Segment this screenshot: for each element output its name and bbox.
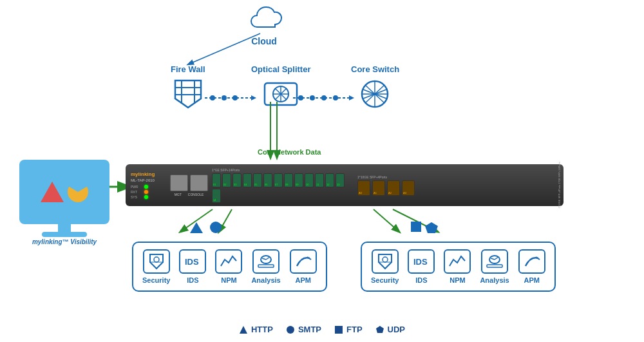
- triangle-shape: [41, 182, 64, 202]
- npm-label: NPM: [221, 276, 236, 284]
- analysis-tool: Analysis: [251, 249, 280, 284]
- console-port: [190, 175, 208, 191]
- core-switch-label: Core Switch: [351, 64, 399, 74]
- sfp-port-4: 04: [243, 173, 252, 187]
- cloud-label: Cloud: [238, 36, 290, 46]
- security-icon: [147, 253, 166, 270]
- svg-line-54: [495, 257, 498, 260]
- sfp-port-1: 01: [212, 173, 221, 187]
- sfp-port-9: 09: [294, 173, 303, 187]
- apm-icon: [294, 253, 312, 270]
- svg-point-58: [287, 326, 294, 334]
- left-tool-group-box: Security IDS IDS NPM: [132, 242, 327, 292]
- core-switch-item: Core Switch: [351, 64, 399, 113]
- security-tool-r: Security: [371, 249, 399, 284]
- sfp10g-port-2: A1: [372, 180, 385, 196]
- sys-label: SYS: [131, 195, 142, 199]
- npm-icon-r: [448, 253, 466, 270]
- sfp10g-port-1: A0: [357, 180, 370, 196]
- http-label: HTTP: [251, 325, 273, 334]
- sfp-port-13: 13: [336, 173, 345, 187]
- firewall-item: Fire Wall: [171, 64, 205, 113]
- svg-point-26: [321, 95, 327, 100]
- ids-icon-box: IDS: [179, 249, 206, 274]
- svg-point-21: [232, 95, 238, 100]
- model-label: ML-TAP-2610: [131, 178, 155, 182]
- sfp10g-port-4: A3: [402, 180, 415, 196]
- udp-label: UDP: [388, 325, 405, 334]
- right-tool-group-box: Security IDS IDS NPM: [361, 242, 556, 292]
- mgmt-port: [170, 175, 188, 191]
- svg-line-36: [393, 209, 438, 232]
- device-section: mylinking ML-TAP-2610 PWR RXT SYS: [126, 164, 564, 206]
- npm-tool: NPM: [215, 249, 242, 284]
- monitor-stand: [58, 224, 71, 232]
- analysis-tool-r: Analysis: [480, 249, 509, 284]
- brand-label: mylinking: [131, 171, 155, 177]
- svg-rect-55: [487, 265, 502, 267]
- legend-http: HTTP: [239, 325, 273, 334]
- svg-marker-40: [425, 222, 438, 233]
- svg-marker-60: [376, 326, 384, 333]
- svg-point-27: [333, 95, 338, 100]
- sfp-port-6: 06: [263, 173, 272, 187]
- svg-point-49: [383, 257, 388, 262]
- ids-icon: IDS: [184, 253, 202, 270]
- sfp-port-7: 07: [274, 173, 283, 187]
- monitor-label: mylinking™ Visibility: [13, 238, 116, 245]
- smtp-label: SMTP: [298, 325, 321, 334]
- analysis-icon: [257, 253, 275, 270]
- cloud-icon: [244, 5, 284, 33]
- svg-marker-57: [240, 326, 247, 334]
- svg-point-38: [210, 222, 222, 233]
- square-legend-icon: [334, 325, 343, 334]
- splitter-icon: [261, 78, 300, 110]
- sfp-port-2: 02: [222, 173, 231, 187]
- apm-icon-r: [523, 253, 541, 270]
- mgmt-label: MGT: [175, 193, 182, 196]
- sfp-section-label-2: 1*10GE SFP+4Ports: [357, 175, 415, 179]
- svg-line-46: [266, 257, 270, 260]
- sfp-port-5: 05: [253, 173, 262, 187]
- sfp-port-11: 11: [315, 173, 324, 187]
- security-tool: Security: [142, 249, 170, 284]
- network-diagram: Cloud Fire Wall Optical Splitter Core Sw…: [0, 0, 644, 342]
- security-label: Security: [142, 276, 170, 284]
- apm-icon-box-r: [518, 249, 545, 274]
- monitor-section: mylinking™ Visibility: [13, 160, 116, 245]
- ids-icon-box-r: IDS: [408, 249, 435, 274]
- monitor-base: [42, 232, 87, 237]
- firewall-label: Fire Wall: [171, 64, 205, 74]
- sfp-port-12: 12: [325, 173, 334, 187]
- ids-tool: IDS IDS: [179, 249, 206, 284]
- sys-led: [144, 195, 148, 199]
- analysis-label-r: Analysis: [480, 276, 509, 284]
- security-icon-r: [376, 253, 394, 270]
- console-label: CONSOLE: [188, 193, 204, 196]
- pwr-led: [144, 185, 148, 189]
- ids-label: IDS: [187, 276, 198, 284]
- legend-udp: UDP: [375, 325, 405, 334]
- apm-label-r: APM: [524, 276, 539, 284]
- svg-line-33: [180, 209, 213, 232]
- apm-tool-r: APM: [518, 249, 545, 284]
- svg-rect-47: [258, 265, 274, 267]
- pacman-shape: [68, 182, 88, 202]
- sfp-section-label-1: 1*GE SFP+14Ports: [212, 168, 354, 172]
- analysis-icon-box: [252, 249, 279, 274]
- core-switch-icon: [357, 78, 393, 110]
- device-right-label: 1*10GE SFP+4Ports 1*GE SFP+14Ports: [558, 162, 561, 208]
- right-tool-group: Security IDS IDS NPM: [361, 242, 556, 292]
- svg-line-35: [374, 209, 399, 232]
- sfp-port-3: 03: [232, 173, 242, 187]
- security-label-r: Security: [371, 276, 399, 284]
- monitor-screen: [19, 160, 109, 224]
- sfp-port-14: 14: [212, 189, 221, 203]
- rxt-label: RXT: [131, 190, 142, 194]
- npm-icon: [220, 253, 238, 270]
- analysis-icon-box-r: [481, 249, 508, 274]
- triangle-legend-icon: [239, 325, 248, 334]
- legend-smtp: SMTP: [286, 325, 321, 334]
- sfp-port-8: 08: [284, 173, 293, 187]
- security-icon-box-r: [372, 249, 399, 274]
